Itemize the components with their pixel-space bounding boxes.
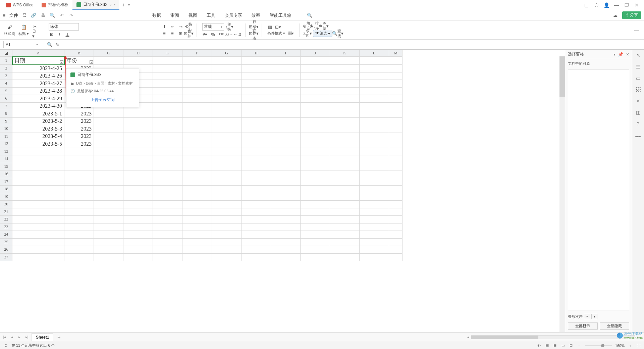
cell[interactable] <box>389 148 402 155</box>
cell[interactable] <box>301 117 330 125</box>
cell[interactable] <box>330 253 360 261</box>
freeze-button[interactable]: ❄ 冻结▾ <box>321 23 326 29</box>
cell[interactable] <box>182 178 212 186</box>
name-box-dropdown-icon[interactable]: ▾ <box>36 43 38 46</box>
row-header[interactable]: 9 <box>0 117 12 125</box>
cell[interactable]: 2023-5-5 <box>12 140 64 148</box>
row-header[interactable]: 17 <box>0 178 12 186</box>
hamburger-icon[interactable]: ≡ <box>3 13 7 18</box>
cube-icon[interactable]: ⬡ <box>594 2 599 8</box>
print-preview-icon[interactable]: 🔍 <box>50 13 55 18</box>
worksheet-button[interactable]: ⊡ 工作表▾ <box>251 31 256 36</box>
cell[interactable] <box>330 87 360 95</box>
cell[interactable]: 2023-5-4 <box>12 133 64 140</box>
cell[interactable] <box>389 246 402 254</box>
col-header-H[interactable]: H <box>241 50 271 57</box>
cell[interactable] <box>212 65 241 72</box>
cell[interactable] <box>301 125 330 133</box>
col-header-E[interactable]: E <box>153 50 182 57</box>
cell[interactable] <box>389 95 402 103</box>
cell[interactable] <box>360 95 389 103</box>
move-down-button[interactable]: ▾ <box>584 314 590 319</box>
cell[interactable] <box>360 102 389 110</box>
cell[interactable] <box>389 178 402 186</box>
row-header[interactable]: 22 <box>0 216 12 223</box>
cell[interactable] <box>153 208 182 216</box>
cell[interactable] <box>271 95 301 103</box>
tools-icon[interactable]: ✕ <box>635 98 641 104</box>
cell[interactable] <box>330 201 360 208</box>
cell[interactable] <box>389 72 402 80</box>
align-center-icon[interactable]: ≡ <box>170 31 175 36</box>
cell[interactable] <box>153 223 182 231</box>
cell[interactable] <box>153 87 182 95</box>
cell[interactable] <box>271 72 301 80</box>
cell[interactable] <box>123 223 153 231</box>
new-tab-button[interactable]: + <box>119 1 127 9</box>
cell[interactable] <box>182 117 212 125</box>
cell[interactable] <box>123 110 153 118</box>
align-distribute-icon[interactable]: ⊞ <box>178 31 183 36</box>
cell[interactable] <box>360 57 389 65</box>
cell[interactable] <box>153 231 182 239</box>
cell[interactable] <box>153 193 182 201</box>
upload-cloud-link[interactable]: 上传至云空间 <box>70 97 135 103</box>
cell[interactable] <box>271 253 301 261</box>
cell[interactable] <box>12 148 64 155</box>
cell[interactable] <box>64 238 94 246</box>
cell[interactable] <box>212 170 241 178</box>
cell[interactable] <box>182 253 212 261</box>
cell[interactable] <box>94 238 123 246</box>
cell[interactable] <box>330 57 360 65</box>
cell[interactable] <box>212 208 241 216</box>
number-format-select[interactable]: 常规 ▾ <box>202 23 224 31</box>
cell[interactable] <box>94 223 123 231</box>
cell[interactable] <box>94 216 123 223</box>
cell[interactable] <box>12 253 64 261</box>
bold-button[interactable]: B <box>49 32 54 37</box>
cell[interactable] <box>389 223 402 231</box>
cell[interactable] <box>153 238 182 246</box>
cell[interactable] <box>271 140 301 148</box>
cell[interactable] <box>94 231 123 239</box>
cell[interactable] <box>389 193 402 201</box>
cell[interactable] <box>212 223 241 231</box>
cell[interactable] <box>182 95 212 103</box>
print-icon[interactable]: 🖶 <box>40 13 46 18</box>
cell[interactable] <box>271 223 301 231</box>
cell[interactable] <box>64 178 94 186</box>
cell[interactable] <box>360 65 389 72</box>
cell[interactable] <box>330 102 360 110</box>
cell[interactable] <box>389 186 402 193</box>
cell[interactable] <box>389 125 402 133</box>
fullscreen-icon[interactable]: ⛶ <box>636 343 641 348</box>
cancel-edit-icon[interactable]: 🔍 <box>47 42 52 47</box>
add-sheet-button[interactable]: + <box>55 334 62 340</box>
col-header-C[interactable]: C <box>94 50 123 57</box>
cell[interactable] <box>12 178 64 186</box>
cell[interactable] <box>212 102 241 110</box>
row-header[interactable]: 4 <box>0 80 12 88</box>
cell[interactable] <box>123 170 153 178</box>
cell[interactable] <box>301 110 330 118</box>
cell[interactable] <box>12 155 64 163</box>
cell[interactable] <box>94 125 123 133</box>
row-header[interactable]: 18 <box>0 186 12 193</box>
cell[interactable] <box>389 57 402 65</box>
cell[interactable] <box>94 148 123 155</box>
cell[interactable] <box>241 163 271 170</box>
cell[interactable] <box>301 102 330 110</box>
cell[interactable] <box>182 110 212 118</box>
cell[interactable] <box>330 216 360 223</box>
cell[interactable] <box>241 223 271 231</box>
cell[interactable] <box>212 238 241 246</box>
cell[interactable] <box>12 193 64 201</box>
cell[interactable] <box>212 163 241 170</box>
col-header-B[interactable]: B <box>64 50 94 57</box>
cell[interactable] <box>123 253 153 261</box>
cell[interactable] <box>64 155 94 163</box>
cell[interactable] <box>271 133 301 140</box>
sheet-tab-active[interactable]: Sheet1 <box>32 333 53 341</box>
cell[interactable] <box>241 65 271 72</box>
cell[interactable] <box>153 155 182 163</box>
